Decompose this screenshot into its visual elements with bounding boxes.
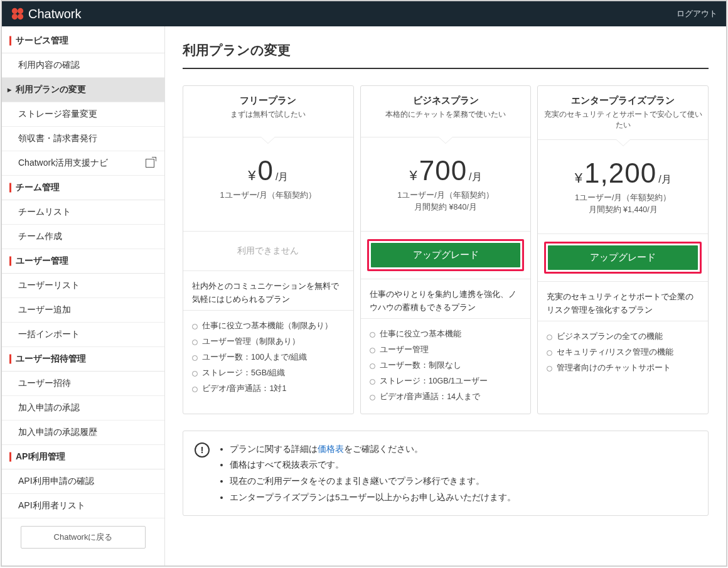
plan-feature-item: ユーザー数：制限なし (370, 358, 522, 373)
nav-item-label: チームリスト (18, 206, 71, 218)
nav-item[interactable]: API利用者リスト (2, 494, 164, 518)
external-link-icon (146, 159, 154, 168)
currency-symbol: ¥ (409, 168, 417, 184)
currency-symbol: ¥ (575, 170, 582, 186)
nav-item-label: 領収書・請求書発行 (18, 133, 97, 144)
info-icon: ! (195, 442, 210, 458)
nav-section-title: サービス管理 (2, 29, 164, 53)
back-to-chatwork-button[interactable]: Chatworkに戻る (21, 526, 146, 549)
plan-feature-item: 仕事に役立つ基本機能 (370, 326, 522, 342)
plan-action: アップグレード (361, 232, 531, 279)
plan-features: 仕事に役立つ基本機能ユーザー管理ユーザー数：制限なしストレージ：10GB/1ユー… (361, 319, 531, 414)
pricing-link[interactable]: 価格表 (318, 444, 344, 454)
nav-section-title: API利用管理 (2, 445, 164, 469)
svg-point-3 (18, 14, 23, 19)
brand-logo: Chatwork (11, 7, 81, 21)
price-amount: 0 (257, 155, 273, 186)
nav-item-label: 加入申請の承認履歴 (18, 427, 97, 438)
nav-item[interactable]: ユーザー追加 (2, 298, 164, 323)
plan-price: ¥1,200/月1ユーザー/月（年額契約）月間契約 ¥1,440/月 (538, 140, 708, 234)
nav-item[interactable]: 領収書・請求書発行 (2, 127, 164, 151)
sidebar: サービス管理利用内容の確認利用プランの変更ストレージ容量変更領収書・請求書発行C… (2, 26, 165, 565)
plan-header: エンタープライズプラン充実のセキュリティとサポートで安心して使いたい (538, 86, 708, 140)
notice-item: プランに関する詳細は価格表をご確認ください。 (230, 441, 516, 458)
nav-item-label: ユーザー追加 (18, 304, 71, 316)
plan-feature-item: 仕事に役立つ基本機能（制限あり） (192, 318, 345, 334)
plan-unavailable-label: 利用できません (190, 239, 347, 263)
nav-item[interactable]: ストレージ容量変更 (2, 102, 164, 127)
nav-item-label: 加入申請の承認 (18, 402, 80, 414)
nav-item[interactable]: 利用内容の確認 (2, 53, 164, 78)
app-header: Chatwork ログアウト (2, 1, 726, 26)
page-title: 利用プランの変更 (183, 38, 709, 69)
main-content: 利用プランの変更 フリープランまずは無料で試したい¥0/月1ユーザー/月（年額契… (165, 26, 726, 565)
nav-item[interactable]: Chatwork活用支援ナビ (2, 151, 164, 176)
nav-item-label: API利用者リスト (18, 500, 85, 512)
svg-point-0 (12, 8, 18, 14)
price-amount: 700 (419, 155, 467, 186)
price-period: /月 (658, 173, 671, 186)
plans-container: フリープランまずは無料で試したい¥0/月1ユーザー/月（年額契約）利用できません… (183, 85, 709, 414)
notice-box: ! プランに関する詳細は価格表をご確認ください。価格はすべて税抜表示です。現在の… (183, 431, 709, 517)
plan-description: 充実のセキュリティとサポートで企業のリスク管理を強化するプラン (538, 282, 708, 321)
nav-section-title: ユーザー招待管理 (2, 347, 164, 372)
nav-section-title: ユーザー管理 (2, 249, 164, 274)
highlight-frame: アップグレード (544, 242, 702, 274)
logout-link[interactable]: ログアウト (677, 8, 717, 19)
price-period: /月 (276, 171, 288, 184)
plan-action: 利用できません (183, 232, 353, 271)
nav-item[interactable]: 加入申請の承認 (2, 396, 164, 421)
nav-item-label: Chatwork活用支援ナビ (18, 158, 108, 169)
nav-item[interactable]: チームリスト (2, 200, 164, 225)
plan-feature-item: ビジネスプランの全ての機能 (547, 329, 699, 345)
nav-item-label: チーム作成 (18, 231, 62, 242)
nav-item-label: 一括インポート (18, 329, 80, 340)
plan-price: ¥0/月1ユーザー/月（年額契約） (183, 137, 353, 232)
plan-feature-item: セキュリティ/リスク管理の機能 (547, 345, 699, 360)
upgrade-button[interactable]: アップグレード (371, 243, 521, 267)
nav-item[interactable]: 一括インポート (2, 323, 164, 347)
nav-item-label: API利用申請の確認 (18, 476, 94, 487)
nav-item[interactable]: API利用申請の確認 (2, 469, 164, 494)
plan-feature-item: ビデオ/音声通話：14人まで (370, 389, 522, 405)
plan-card: エンタープライズプラン充実のセキュリティとサポートで安心して使いたい¥1,200… (537, 85, 709, 414)
plan-feature-item: 管理者向けのチャットサポート (547, 360, 699, 376)
plan-feature-item: ストレージ：5GB/組織 (192, 365, 345, 381)
nav-item[interactable]: 利用プランの変更 (2, 78, 164, 102)
chatwork-logo-icon (11, 7, 24, 21)
price-note: 1ユーザー/月（年額契約） (367, 190, 525, 201)
price-period: /月 (469, 171, 481, 184)
nav-item-label: 利用内容の確認 (18, 60, 80, 71)
plan-feature-item: ストレージ：10GB/1ユーザー (370, 373, 522, 389)
upgrade-button[interactable]: アップグレード (548, 245, 698, 270)
price-note: 1ユーザー/月（年額契約） (544, 193, 702, 203)
plan-feature-item: ビデオ/音声通話：1対1 (192, 381, 345, 397)
nav-item[interactable]: ユーザー招待 (2, 372, 164, 396)
nav-item-label: ユーザー招待 (18, 378, 71, 389)
plan-name: フリープラン (188, 95, 348, 107)
plan-feature-item: ユーザー数：100人まで/組織 (192, 350, 345, 365)
plan-header: ビジネスプラン本格的にチャットを業務で使いたい (361, 86, 531, 137)
price-note: 1ユーザー/月（年額契約） (190, 190, 347, 201)
plan-name: エンタープライズプラン (543, 95, 703, 107)
nav-item[interactable]: チーム作成 (2, 225, 164, 249)
svg-point-2 (12, 14, 18, 19)
plan-description: 社内外とのコミュニケーションを無料で気軽にはじめられるプラン (183, 271, 353, 311)
nav-item[interactable]: ユーザーリスト (2, 274, 164, 298)
svg-point-1 (18, 8, 23, 14)
brand-name: Chatwork (28, 7, 81, 21)
nav-item-label: ユーザーリスト (18, 280, 80, 291)
notice-item: 現在のご利用データをそのまま引き継いでプラン移行できます。 (230, 473, 516, 490)
plan-header: フリープランまずは無料で試したい (183, 86, 353, 137)
plan-subtitle: まずは無料で試したい (188, 109, 348, 120)
plan-card: フリープランまずは無料で試したい¥0/月1ユーザー/月（年額契約）利用できません… (183, 85, 354, 414)
currency-symbol: ¥ (248, 168, 255, 184)
plan-subtitle: 充実のセキュリティとサポートで安心して使いたい (543, 109, 703, 131)
notice-list: プランに関する詳細は価格表をご確認ください。価格はすべて税抜表示です。現在のご利… (220, 441, 516, 506)
plan-feature-item: ユーザー管理 (370, 342, 522, 358)
plan-description: 仕事のやりとりを集約し連携を強化、ノウハウの蓄積もできるプラン (361, 279, 531, 319)
plan-name: ビジネスプラン (366, 95, 526, 107)
price-note-secondary: 月間契約 ¥1,440/月 (544, 205, 702, 215)
price-note-secondary: 月間契約 ¥840/月 (367, 202, 525, 213)
nav-item[interactable]: 加入申請の承認履歴 (2, 421, 164, 445)
